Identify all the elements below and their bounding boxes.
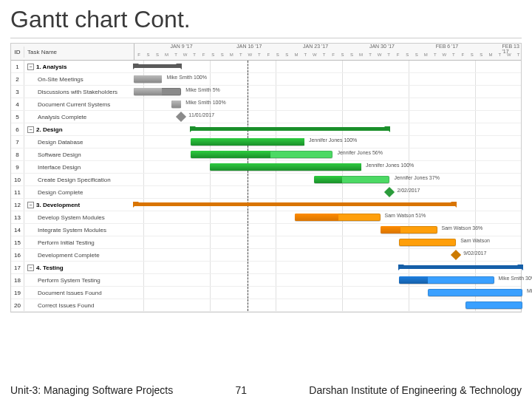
- week-label: JAN 30 '17: [369, 44, 395, 49]
- progress-bar: [314, 176, 342, 183]
- task-timeline: [134, 299, 521, 311]
- task-name-text: Perform Initial Testing: [38, 239, 95, 246]
- timeline-header: JAN 9 '17JAN 16 '17JAN 23 '17JAN 30 '17F…: [134, 44, 521, 60]
- today-line: [248, 249, 248, 261]
- task-name[interactable]: Design Database: [24, 136, 134, 148]
- week-label: JAN 23 '17: [303, 44, 328, 49]
- task-name[interactable]: Analysis Complete: [24, 111, 134, 123]
- summary-bar[interactable]: [134, 64, 181, 68]
- task-bar[interactable]: [134, 75, 162, 83]
- task-timeline: Mike Smith 100%: [134, 73, 521, 85]
- gantt-row: 6−2. Design: [11, 123, 521, 136]
- week-label: FEB 6 '17: [436, 44, 459, 49]
- progress-bar: [191, 151, 270, 158]
- day-label: S: [412, 52, 421, 60]
- task-timeline: Mike Smith 5%: [134, 86, 521, 98]
- task-name[interactable]: Perform System Testing: [24, 274, 134, 286]
- task-name[interactable]: Correct Issues Found: [24, 299, 134, 311]
- day-label: S: [468, 52, 477, 60]
- task-name-text: 3. Development: [36, 202, 80, 208]
- bar-label: Jennifer Jones 100%: [366, 163, 414, 168]
- task-name-text: 4. Testing: [36, 265, 64, 271]
- today-line: [248, 299, 248, 311]
- today-line: [248, 211, 248, 223]
- summary-bar[interactable]: [399, 265, 522, 269]
- task-bar[interactable]: [466, 301, 522, 309]
- day-label: M: [163, 52, 171, 60]
- task-bar[interactable]: [210, 163, 361, 171]
- task-name-text: Integrate System Modules: [38, 227, 106, 233]
- gantt-row: 8Software DesignJennifer Jones 56%: [11, 149, 521, 161]
- day-label: T: [431, 52, 440, 60]
- task-name[interactable]: Development Complete: [24, 249, 134, 261]
- bar-label: Mi: [527, 288, 532, 293]
- task-bar[interactable]: [171, 100, 181, 108]
- bar-label: Jennifer Jones 56%: [337, 150, 382, 155]
- today-line: [248, 98, 248, 110]
- collapse-icon[interactable]: −: [27, 202, 34, 208]
- collapse-icon[interactable]: −: [27, 64, 34, 70]
- row-id: 12: [11, 199, 24, 211]
- summary-bar[interactable]: [134, 202, 456, 206]
- collapse-icon[interactable]: −: [27, 265, 34, 271]
- today-line: [248, 61, 248, 72]
- gantt-row: 5Analysis Complete11/01/2017: [11, 111, 521, 123]
- row-id: 15: [11, 236, 24, 248]
- task-name[interactable]: Perform Initial Testing: [24, 236, 134, 248]
- day-label: S: [477, 52, 485, 60]
- day-label: S: [218, 52, 227, 60]
- task-name[interactable]: Design Complete: [24, 186, 134, 198]
- progress-bar: [134, 75, 162, 83]
- task-name[interactable]: −3. Development: [24, 199, 134, 211]
- bar-label: Jennifer Jones 100%: [309, 137, 357, 143]
- task-bar[interactable]: [191, 138, 304, 146]
- gantt-row: 18Perform System TestingMike Smith 30%: [11, 274, 521, 287]
- gantt-chart: ID Task Name JAN 9 '17JAN 16 '17JAN 23 '…: [10, 43, 522, 313]
- task-name[interactable]: −2. Design: [24, 123, 134, 135]
- task-name[interactable]: Create Design Specification: [24, 174, 134, 185]
- task-bar[interactable]: [399, 276, 494, 284]
- summary-bar[interactable]: [191, 127, 389, 131]
- today-line: [248, 224, 248, 236]
- milestone-icon[interactable]: [176, 112, 186, 122]
- day-label: F: [134, 52, 143, 60]
- task-name[interactable]: Document Current Systems: [24, 98, 134, 110]
- task-bar[interactable]: [399, 239, 456, 246]
- task-name[interactable]: Software Design: [24, 149, 134, 160]
- collapse-icon[interactable]: −: [27, 126, 34, 133]
- task-bar[interactable]: [134, 88, 181, 95]
- task-name[interactable]: −4. Testing: [24, 262, 134, 273]
- task-timeline: Sam Watson: [134, 236, 521, 248]
- task-name[interactable]: Document Issues Found: [24, 287, 134, 299]
- row-id: 4: [11, 98, 24, 110]
- day-label: T: [514, 52, 522, 60]
- milestone-label: 9/02/2017: [463, 250, 486, 256]
- task-name-text: Interface Design: [38, 164, 81, 171]
- task-name[interactable]: Integrate System Modules: [24, 224, 134, 236]
- task-bar[interactable]: [295, 214, 380, 221]
- task-name-text: Development Complete: [38, 252, 100, 259]
- task-bar[interactable]: [428, 289, 522, 296]
- task-bar[interactable]: [381, 226, 437, 233]
- bar-label: Mike Smith 30%: [499, 276, 533, 281]
- task-name[interactable]: Develop System Modules: [24, 211, 134, 223]
- milestone-icon[interactable]: [451, 250, 461, 260]
- gantt-row: 15Perform Initial TestingSam Watson: [11, 236, 521, 249]
- gantt-row: 9Interface DesignJennifer Jones 100%: [11, 161, 521, 174]
- task-name[interactable]: Interface Design: [24, 161, 134, 173]
- day-label: F: [458, 52, 467, 60]
- day-label: T: [301, 52, 310, 60]
- task-timeline: Sam Watson 36%: [134, 224, 521, 236]
- task-name[interactable]: On-Site Meetings: [24, 73, 134, 85]
- task-bar[interactable]: [191, 151, 332, 158]
- today-line: [248, 86, 248, 98]
- task-name[interactable]: Discussions with Stakeholders: [24, 86, 134, 98]
- gantt-row: 17−4. Testing: [11, 262, 521, 274]
- milestone-icon[interactable]: [384, 187, 395, 197]
- task-name[interactable]: −1. Analysis: [24, 61, 134, 72]
- row-id: 7: [11, 136, 24, 148]
- task-bar[interactable]: [314, 176, 390, 183]
- day-label: S: [338, 52, 347, 60]
- gantt-row: 20Correct Issues Found: [11, 299, 521, 312]
- task-name-text: Design Complete: [38, 189, 83, 196]
